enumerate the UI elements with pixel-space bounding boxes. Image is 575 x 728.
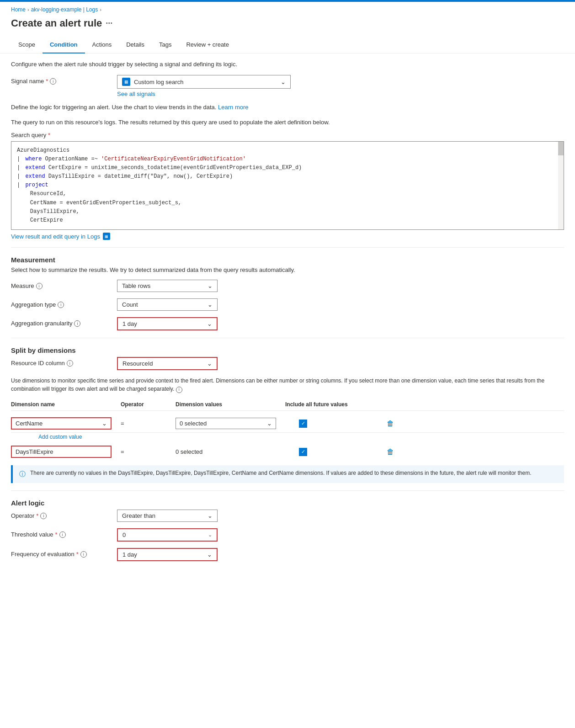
dim-header-include: Include all future values bbox=[285, 401, 377, 408]
granularity-value: 1 day bbox=[122, 320, 137, 327]
measure-dropdown[interactable]: Table rows ⌄ bbox=[117, 280, 218, 292]
certname-operator: = bbox=[121, 420, 124, 427]
frequency-row: Frequency of evaluation * i 1 day ⌄ bbox=[11, 548, 564, 561]
resourceid-info-icon[interactable]: i bbox=[67, 360, 73, 367]
query-line-7: CertName = eventGridEventProperties_subj… bbox=[17, 199, 558, 207]
tab-review-create[interactable]: Review + create bbox=[179, 37, 236, 53]
operator-dropdown[interactable]: Greater than ⌄ bbox=[117, 510, 218, 522]
frequency-dropdown[interactable]: 1 day ⌄ bbox=[117, 548, 218, 561]
dimensions-table: Dimension name Operator Dimension values… bbox=[11, 399, 564, 461]
certname-values-chevron-icon: ⌄ bbox=[267, 420, 272, 427]
certname-delete-icon[interactable]: 🗑 bbox=[387, 420, 394, 428]
query-line-5: | project bbox=[17, 181, 558, 190]
measure-row: Measure i Table rows ⌄ bbox=[11, 280, 564, 292]
frequency-info-icon[interactable]: i bbox=[80, 551, 87, 558]
measure-chevron-icon: ⌄ bbox=[208, 282, 213, 289]
threshold-info-icon[interactable]: i bbox=[59, 531, 66, 538]
query-line-9: CertExpire bbox=[17, 216, 558, 225]
tab-condition[interactable]: Condition bbox=[43, 37, 85, 53]
resource-id-row: Resource ID column i ResourceId ⌄ bbox=[11, 357, 564, 370]
dim-table-header: Dimension name Operator Dimension values… bbox=[11, 399, 564, 411]
page-title: Create an alert rule bbox=[11, 17, 102, 29]
chevron-down-icon: ⌄ bbox=[281, 79, 286, 85]
search-query-label: Search query * bbox=[11, 132, 564, 138]
breadcrumb: Home › akv-logging-example | Logs › bbox=[0, 2, 575, 16]
daystillexpire-delete-icon[interactable]: 🗑 bbox=[387, 448, 394, 456]
aggregation-granularity-dropdown[interactable]: 1 day ⌄ bbox=[117, 317, 218, 330]
granularity-info-icon[interactable]: i bbox=[74, 320, 80, 327]
operator-info-icon[interactable]: i bbox=[40, 513, 47, 519]
aggregation-type-dropdown[interactable]: Count ⌄ bbox=[117, 298, 218, 311]
add-custom-value-link[interactable]: Add custom value bbox=[38, 434, 564, 440]
define-logic-text: Define the logic for triggering an alert… bbox=[11, 104, 564, 111]
info-box: ⓘ There are currently no values in the D… bbox=[11, 465, 564, 483]
more-options-icon[interactable]: ··· bbox=[106, 19, 112, 28]
split-info-icon[interactable]: i bbox=[176, 387, 182, 393]
signal-value: Custom log search bbox=[134, 79, 277, 85]
condition-subtitle: Configure when the alert rule should tri… bbox=[11, 61, 564, 68]
threshold-row: Threshold value * i ⌄ bbox=[11, 528, 564, 542]
threshold-value-input[interactable] bbox=[122, 531, 196, 538]
split-title: Split by dimensions bbox=[11, 346, 564, 354]
tab-tags[interactable]: Tags bbox=[152, 37, 179, 53]
operator-value: Greater than bbox=[122, 512, 155, 519]
breadcrumb-home[interactable]: Home bbox=[11, 6, 26, 13]
aggregation-granularity-label: Aggregation granularity i bbox=[11, 317, 112, 327]
certname-dropdown[interactable]: CertName ⌄ bbox=[11, 417, 112, 430]
aggtype-info-icon[interactable]: i bbox=[58, 302, 64, 308]
signal-dropdown[interactable]: ▦ Custom log search ⌄ bbox=[117, 75, 291, 89]
certname-include-all-checkbox[interactable]: ✓ bbox=[299, 420, 307, 428]
scrollbar-thumb bbox=[558, 142, 564, 155]
signal-info-icon[interactable]: i bbox=[50, 78, 56, 85]
daystillexpire-value: DaysTillExpire bbox=[16, 448, 53, 455]
threshold-label: Threshold value * i bbox=[11, 528, 112, 538]
certname-value: CertName bbox=[16, 420, 43, 427]
query-description: The query to run on this resource's logs… bbox=[11, 118, 564, 127]
dim-row-daystillexpire: DaysTillExpire = 0 selected ✓ 🗑 bbox=[11, 443, 564, 461]
measure-value: Table rows bbox=[122, 282, 150, 289]
granularity-chevron-icon: ⌄ bbox=[207, 320, 212, 327]
dim-header-values: Dimension values bbox=[176, 401, 285, 408]
divider-2 bbox=[11, 338, 564, 338]
tab-actions[interactable]: Actions bbox=[85, 37, 119, 53]
query-line-2: | where OperationName =~ 'CertificateNea… bbox=[17, 155, 558, 164]
breadcrumb-logs[interactable]: akv-logging-example | Logs bbox=[31, 6, 98, 13]
daystillexpire-values: 0 selected bbox=[176, 448, 202, 455]
operator-label: Operator * i bbox=[11, 510, 112, 519]
measure-info-icon[interactable]: i bbox=[36, 283, 43, 289]
daystillexpire-include-all-checkbox[interactable]: ✓ bbox=[299, 448, 307, 456]
view-result-link[interactable]: View result and edit query in Logs ▦ bbox=[11, 233, 564, 240]
operator-row: Operator * i Greater than ⌄ bbox=[11, 510, 564, 522]
query-line-4: | extend DaysTillExpire = datetime_diff(… bbox=[17, 172, 558, 181]
dim-row-certname-inner: CertName ⌄ = 0 selected ⌄ ✓ � bbox=[11, 414, 564, 433]
resource-id-value: ResourceId bbox=[122, 360, 153, 367]
threshold-input-container[interactable]: ⌄ bbox=[117, 528, 218, 542]
tab-details[interactable]: Details bbox=[119, 37, 152, 53]
learn-more-link[interactable]: Learn more bbox=[218, 104, 248, 111]
dim-header-operator: Operator bbox=[121, 401, 176, 408]
resource-id-dropdown[interactable]: ResourceId ⌄ bbox=[117, 357, 218, 370]
see-all-signals-link[interactable]: See all signals bbox=[117, 90, 291, 97]
split-description: Use dimensions to monitor specific time … bbox=[11, 377, 564, 393]
breadcrumb-sep1: › bbox=[27, 7, 29, 12]
query-line-8: DaysTillExpire, bbox=[17, 207, 558, 216]
query-editor[interactable]: AzureDiagnostics | where OperationName =… bbox=[11, 141, 564, 230]
query-line-1: AzureDiagnostics bbox=[17, 146, 558, 155]
query-box-container: AzureDiagnostics | where OperationName =… bbox=[11, 141, 564, 230]
divider-1 bbox=[11, 247, 564, 248]
query-line-6: ResourceId, bbox=[17, 190, 558, 198]
frequency-label: Frequency of evaluation * i bbox=[11, 548, 112, 558]
certname-values-dropdown[interactable]: 0 selected ⌄ bbox=[176, 418, 276, 429]
page-title-container: Create an alert rule ··· bbox=[0, 16, 575, 37]
info-box-text: There are currently no values in the Day… bbox=[30, 470, 531, 476]
frequency-chevron-icon: ⌄ bbox=[207, 551, 212, 558]
resourceid-chevron-icon: ⌄ bbox=[207, 360, 212, 367]
query-line-3: | extend CertExpire = unixtime_seconds_t… bbox=[17, 164, 558, 172]
aggregation-type-label: Aggregation type i bbox=[11, 298, 112, 308]
daystillexpire-name-field[interactable]: DaysTillExpire bbox=[11, 446, 112, 458]
content-area: Configure when the alert rule should tri… bbox=[0, 53, 575, 575]
alert-logic-title: Alert logic bbox=[11, 499, 564, 507]
aggtype-chevron-icon: ⌄ bbox=[208, 301, 213, 308]
tab-scope[interactable]: Scope bbox=[11, 37, 43, 53]
query-scrollbar[interactable] bbox=[558, 142, 564, 230]
